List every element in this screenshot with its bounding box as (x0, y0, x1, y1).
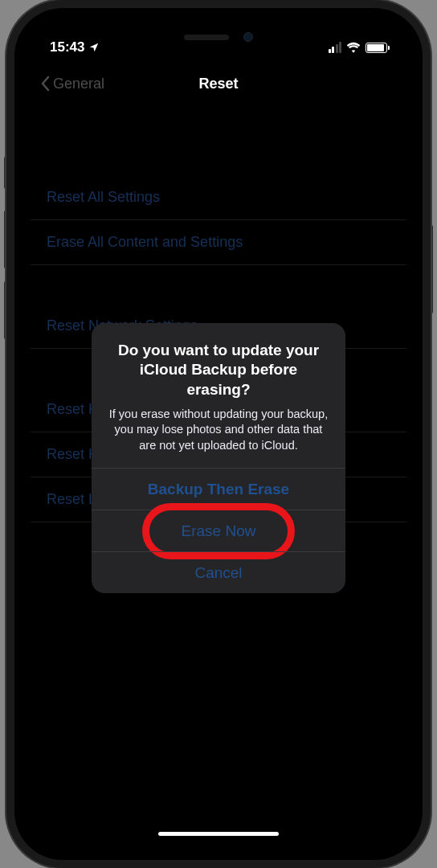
phone-frame: 15:43 General Reset (14, 8, 423, 860)
screen: 15:43 General Reset (31, 24, 406, 844)
alert-button-label: Backup Then Erase (148, 481, 289, 498)
cancel-button[interactable]: Cancel (92, 551, 345, 593)
alert-button-label: Cancel (194, 564, 242, 582)
alert-button-label: Erase Now (182, 522, 256, 540)
alert-title: Do you want to update your iCloud Backup… (108, 341, 329, 400)
alert-dialog: Do you want to update your iCloud Backup… (92, 323, 345, 594)
home-indicator[interactable] (158, 832, 279, 836)
alert-message: If you erase without updating your backu… (108, 407, 329, 454)
alert-backdrop: Do you want to update your iCloud Backup… (31, 24, 406, 844)
alert-content: Do you want to update your iCloud Backup… (92, 323, 345, 469)
erase-now-button[interactable]: Erase Now (92, 510, 345, 551)
backup-then-erase-button[interactable]: Backup Then Erase (92, 468, 345, 510)
